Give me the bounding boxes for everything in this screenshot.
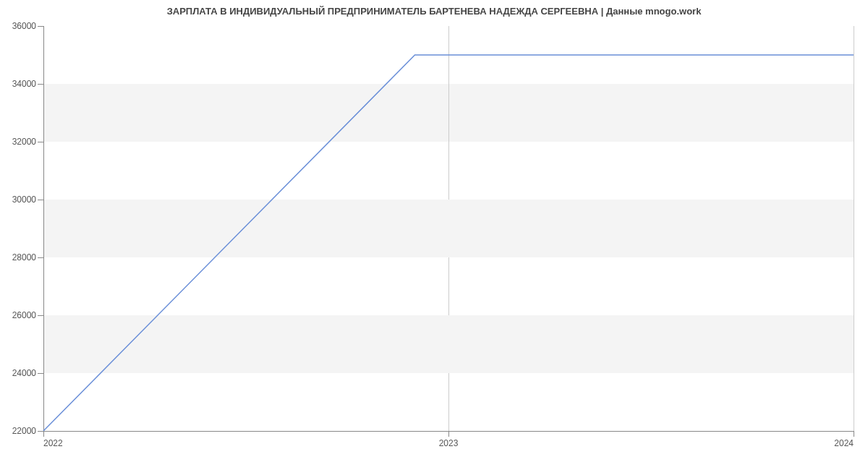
- y-tick: [38, 26, 43, 27]
- y-tick: [38, 257, 43, 258]
- y-tick: [38, 315, 43, 316]
- y-tick: [38, 200, 43, 200]
- y-tick-label: 32000: [12, 137, 36, 147]
- x-tick: [448, 431, 449, 437]
- y-tick: [38, 84, 43, 85]
- x-tick-label: 2023: [439, 438, 459, 448]
- y-tick-label: 28000: [12, 252, 36, 262]
- series-line: [43, 55, 854, 431]
- x-tick: [43, 431, 44, 437]
- y-tick: [38, 142, 43, 142]
- y-tick-label: 26000: [12, 310, 36, 320]
- y-tick: [38, 431, 43, 432]
- line-layer: [43, 26, 854, 431]
- x-tick-label: 2024: [834, 438, 854, 448]
- y-tick-label: 22000: [12, 426, 36, 436]
- y-tick: [38, 373, 43, 374]
- salary-line-chart: ЗАРПЛАТА В ИНДИВИДУАЛЬНЫЙ ПРЕДПРИНИМАТЕЛ…: [0, 0, 868, 470]
- plot-area: 2200024000260002800030000320003400036000…: [43, 26, 854, 432]
- x-tick: [854, 431, 854, 437]
- chart-title: ЗАРПЛАТА В ИНДИВИДУАЛЬНЫЙ ПРЕДПРИНИМАТЕЛ…: [0, 6, 868, 17]
- x-gridline: [854, 26, 854, 431]
- y-tick-label: 24000: [12, 368, 36, 378]
- y-tick-label: 36000: [12, 21, 36, 31]
- x-tick-label: 2022: [43, 438, 63, 448]
- y-tick-label: 30000: [12, 195, 36, 205]
- y-tick-label: 34000: [12, 79, 36, 89]
